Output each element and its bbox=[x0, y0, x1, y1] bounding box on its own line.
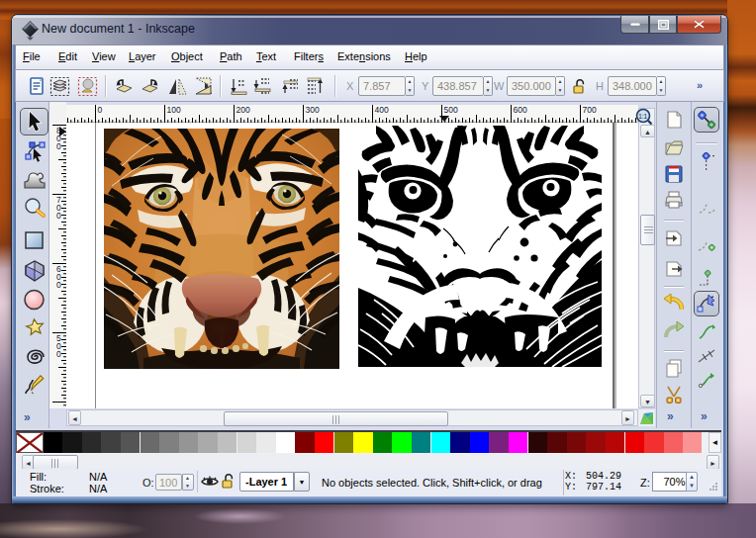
svg-text:0: 0 bbox=[98, 105, 103, 115]
svg-text:200: 200 bbox=[236, 105, 250, 115]
svg-text:700: 700 bbox=[583, 105, 597, 115]
svg-text:300: 300 bbox=[306, 105, 320, 115]
svg-text:400: 400 bbox=[375, 105, 389, 115]
svg-text:100: 100 bbox=[167, 105, 181, 115]
svg-text:0: 0 bbox=[56, 141, 61, 151]
svg-text:600: 600 bbox=[514, 105, 527, 115]
svg-text:1:1: 1:1 bbox=[638, 113, 647, 120]
svg-text:0: 0 bbox=[56, 280, 61, 290]
svg-text:0: 0 bbox=[56, 211, 61, 221]
svg-text:500: 500 bbox=[444, 105, 458, 115]
svg-text:0: 0 bbox=[56, 349, 61, 359]
